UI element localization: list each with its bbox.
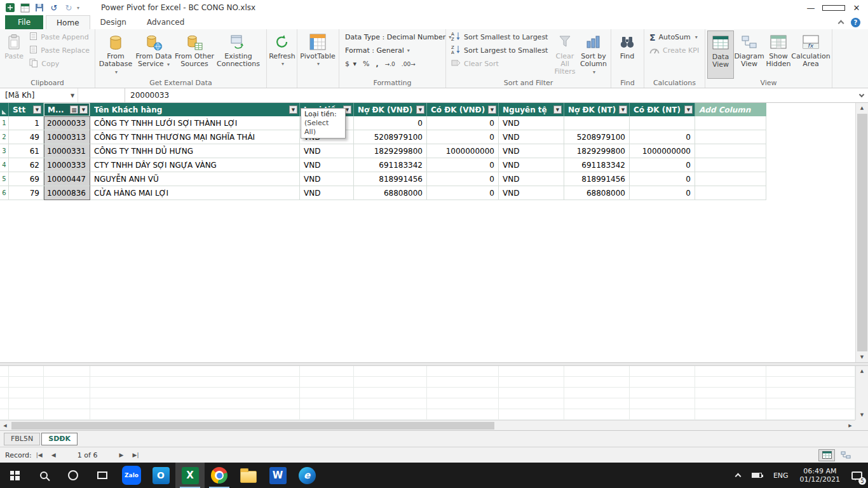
calc-cell[interactable] [695, 409, 766, 420]
tab-design[interactable]: Design [90, 15, 137, 29]
cell[interactable]: 691183342 [564, 158, 630, 172]
cell[interactable]: 0 [427, 116, 499, 130]
cell[interactable]: VND [499, 130, 564, 144]
from-database-button[interactable]: From Database ▾ [97, 30, 134, 79]
calc-cell[interactable] [630, 398, 695, 409]
clear-all-filters-button[interactable]: Clear All Filters [551, 30, 579, 79]
calc-cell[interactable] [695, 377, 766, 388]
horizontal-scrollbar[interactable]: ◀ ▶ [0, 420, 855, 430]
vertical-scrollbar[interactable]: ▲ ▼ [855, 103, 868, 362]
calc-cell[interactable] [300, 388, 354, 398]
calc-cell[interactable] [564, 409, 630, 420]
cell[interactable]: 68808000 [354, 186, 427, 200]
cell[interactable]: 10000836 [44, 186, 90, 200]
row-header[interactable]: 5 [0, 172, 9, 186]
column-header-6[interactable]: Có ĐK (VNĐ)▼ [427, 103, 499, 116]
copy-button[interactable]: Copy [26, 57, 93, 71]
taskbar-word-button[interactable]: W [263, 463, 292, 488]
collapse-ribbon-icon[interactable] [838, 20, 844, 27]
cell[interactable] [630, 116, 695, 130]
scroll-down-icon[interactable]: ▼ [856, 352, 868, 362]
decrease-decimal-icon[interactable]: .00→ [402, 61, 416, 67]
filter-dropdown-icon[interactable]: ▼ [488, 105, 496, 114]
sheet-tab-fbl5n[interactable]: FBL5N [4, 433, 40, 445]
cell[interactable]: 818991456 [564, 172, 630, 186]
cell[interactable]: 1000000000 [630, 144, 695, 158]
sort-by-column-button[interactable]: Sort by Column ▾ [579, 30, 608, 79]
task-view-button[interactable] [88, 463, 117, 488]
calc-cell[interactable] [354, 388, 427, 398]
currency-format-icon[interactable]: $ ▾ [345, 60, 356, 68]
action-center-button[interactable]: 5 [846, 463, 868, 488]
cell[interactable]: 10000331 [44, 144, 90, 158]
formula-input[interactable]: 20000033 [125, 88, 855, 102]
cell[interactable]: 0 [427, 172, 499, 186]
cell[interactable]: 0 [630, 172, 695, 186]
sort-descending-button[interactable]: ZA Sort Largest to Smallest [448, 44, 551, 57]
cell[interactable]: 49 [9, 130, 44, 144]
tab-advanced[interactable]: Advanced [137, 15, 194, 29]
taskbar-clock[interactable]: 06:49 AM 01/12/2021 [794, 463, 846, 488]
tab-home[interactable]: Home [46, 15, 90, 29]
help-icon[interactable]: ? [851, 18, 860, 27]
calc-cell[interactable] [44, 398, 90, 409]
calc-scroll-up-icon[interactable]: ▲ [856, 366, 868, 376]
filter-dropdown-icon[interactable]: ▼ [79, 105, 88, 114]
battery-tray-item[interactable] [746, 463, 768, 488]
horizontal-scrollbar-thumb[interactable] [11, 422, 494, 430]
cell[interactable]: 68808000 [564, 186, 630, 200]
select-all-corner[interactable] [0, 103, 9, 116]
calc-cell[interactable] [427, 398, 499, 409]
calc-cell[interactable] [695, 366, 766, 377]
find-button[interactable]: Find [613, 30, 641, 79]
calc-cell[interactable] [630, 377, 695, 388]
calc-cell[interactable] [564, 377, 630, 388]
calc-cell[interactable] [0, 409, 9, 420]
maximize-button[interactable] [822, 0, 845, 15]
calc-cell[interactable] [564, 388, 630, 398]
calc-scroll-down-icon[interactable]: ▼ [856, 410, 868, 420]
paste-replace-button[interactable]: Paste Replace [26, 44, 93, 57]
taskbar-chrome-button[interactable] [205, 463, 234, 488]
cell[interactable]: 691183342 [354, 158, 427, 172]
scroll-left-icon[interactable]: ◀ [0, 421, 10, 431]
calc-cell[interactable] [499, 366, 564, 377]
save-icon[interactable] [33, 1, 46, 14]
name-box-dropdown-icon[interactable]: ▼ [67, 93, 78, 98]
calc-cell[interactable] [695, 398, 766, 409]
format-dropdown[interactable]: Format : General▾ [341, 44, 444, 57]
cell-add-column[interactable] [695, 172, 766, 186]
cell-add-column[interactable] [695, 116, 766, 130]
cell[interactable]: VND [499, 144, 564, 158]
cell[interactable]: VND [499, 158, 564, 172]
cell[interactable]: VND [499, 186, 564, 200]
sort-ascending-button[interactable]: AZ Sort Smallest to Largest [448, 30, 551, 44]
cortana-button[interactable] [58, 463, 88, 488]
taskbar-edge-button[interactable]: e [292, 463, 322, 488]
autosum-button[interactable]: Σ AutoSum▾ [646, 30, 703, 44]
minimize-button[interactable]: — [799, 0, 822, 15]
calculation-area-scrollbar[interactable]: ▲ ▼ [855, 366, 868, 420]
record-last-button[interactable]: ▶| [128, 452, 144, 458]
cell[interactable]: 0 [427, 158, 499, 172]
calc-cell[interactable] [564, 366, 630, 377]
cell[interactable]: VND [300, 158, 354, 172]
record-first-button[interactable]: |◀ [32, 452, 47, 458]
cell[interactable]: CÔNG TY TNHH THƯƠNG MẠI NGHĨA THÁI [90, 130, 300, 144]
column-header-1[interactable]: Stt▼ [9, 103, 44, 116]
filter-dropdown-icon[interactable]: ▼ [619, 105, 627, 114]
data-type-dropdown[interactable]: Data Type : Decimal Number▾ [341, 30, 444, 44]
calculation-area[interactable] [0, 366, 855, 420]
cell[interactable]: 0 [427, 186, 499, 200]
column-header-10[interactable]: Add Column [695, 103, 766, 116]
calc-cell[interactable] [300, 398, 354, 409]
diagram-view-toggle[interactable] [837, 449, 854, 461]
calc-cell[interactable] [9, 377, 44, 388]
data-view-button[interactable]: Data View [707, 30, 734, 79]
cell[interactable]: CTY TNHH DÂY SỢI NGỰA VÀNG [90, 158, 300, 172]
cell-add-column[interactable] [695, 158, 766, 172]
from-other-sources-button[interactable]: From Other Sources [173, 30, 215, 79]
scroll-up-icon[interactable]: ▲ [856, 103, 868, 113]
cell[interactable]: VND [499, 116, 564, 130]
calc-cell[interactable] [499, 377, 564, 388]
